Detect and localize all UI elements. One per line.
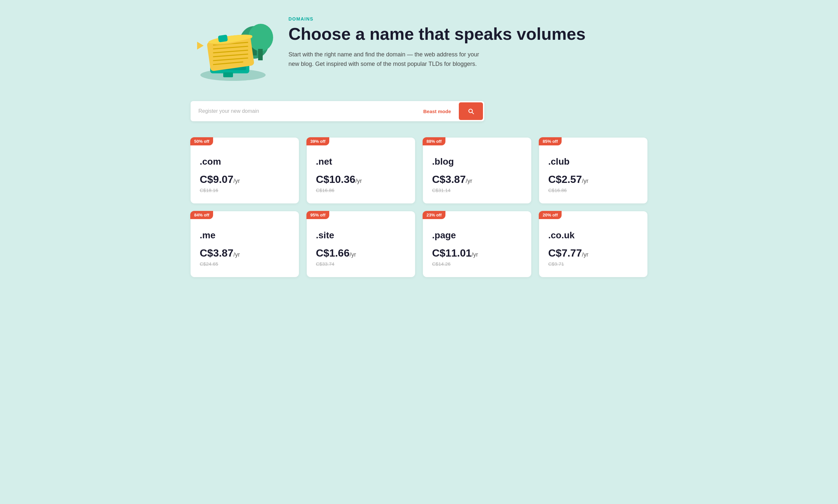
svg-rect-19	[223, 72, 233, 77]
domain-card[interactable]: 88% off .blog C$3.87/yr C$31.14	[423, 138, 531, 203]
svg-rect-17	[218, 35, 228, 42]
domain-extension: .co.uk	[548, 230, 638, 240]
per-year-label: /yr	[349, 251, 356, 258]
beast-mode-button[interactable]: Beast mode	[417, 103, 458, 120]
original-price: C$31.14	[432, 187, 522, 193]
current-price: C$7.77/yr	[548, 247, 638, 259]
original-price: C$18.16	[200, 187, 290, 193]
domain-card[interactable]: 23% off .page C$11.01/yr C$14.26	[423, 211, 531, 277]
hero-text: DOMAINS Choose a name that speaks volume…	[289, 13, 647, 69]
domain-extension: .me	[200, 230, 290, 240]
discount-badge: 39% off	[306, 137, 329, 145]
current-price: C$10.36/yr	[316, 174, 406, 185]
per-year-label: /yr	[582, 251, 588, 258]
discount-badge: 88% off	[423, 137, 445, 145]
original-price: C$16.86	[548, 187, 638, 193]
hero-section: W DOMAINS	[191, 13, 647, 85]
discount-badge: 50% off	[190, 137, 213, 145]
domain-card[interactable]: 50% off .com C$9.07/yr C$18.16	[191, 138, 299, 203]
per-year-label: /yr	[582, 178, 588, 184]
per-year-label: /yr	[233, 178, 240, 184]
per-year-label: /yr	[233, 251, 240, 258]
discount-badge: 20% off	[539, 211, 562, 219]
current-price: C$2.57/yr	[548, 174, 638, 185]
discount-badge: 95% off	[306, 211, 329, 219]
domain-extension: .blog	[432, 157, 522, 167]
search-bar: Beast mode	[191, 101, 484, 121]
hero-illustration: W	[191, 13, 275, 85]
current-price: C$3.87/yr	[432, 174, 522, 185]
domain-card[interactable]: 95% off .site C$1.66/yr C$33.74	[307, 211, 415, 277]
domain-extension: .page	[432, 230, 522, 240]
domain-extension: .club	[548, 157, 638, 167]
search-icon	[467, 108, 475, 115]
domain-extension: .net	[316, 157, 406, 167]
hero-title: Choose a name that speaks volumes	[289, 25, 647, 43]
per-year-label: /yr	[355, 178, 362, 184]
current-price: C$1.66/yr	[316, 247, 406, 259]
page-container: W DOMAINS	[191, 13, 647, 277]
discount-badge: 23% off	[423, 211, 445, 219]
per-year-label: /yr	[466, 178, 472, 184]
original-price: C$14.26	[432, 261, 522, 267]
current-price: C$3.87/yr	[200, 247, 290, 259]
discount-badge: 85% off	[539, 137, 562, 145]
domain-extension: .com	[200, 157, 290, 167]
current-price: C$9.07/yr	[200, 174, 290, 185]
domain-cards-grid: 50% off .com C$9.07/yr C$18.16 39% off .…	[191, 138, 647, 277]
domain-card[interactable]: 85% off .club C$2.57/yr C$16.86	[539, 138, 647, 203]
domain-card[interactable]: 39% off .net C$10.36/yr C$16.86	[307, 138, 415, 203]
search-submit-button[interactable]	[459, 102, 483, 120]
domains-label: DOMAINS	[289, 16, 647, 21]
domain-card[interactable]: 84% off .me C$3.87/yr C$24.65	[191, 211, 299, 277]
discount-badge: 84% off	[190, 211, 213, 219]
domain-card[interactable]: 20% off .co.uk C$7.77/yr C$9.71	[539, 211, 647, 277]
current-price: C$11.01/yr	[432, 247, 522, 259]
svg-rect-3	[258, 49, 263, 60]
per-year-label: /yr	[472, 251, 478, 258]
hero-description: Start with the right name and find the d…	[289, 50, 484, 69]
original-price: C$24.65	[200, 261, 290, 267]
domain-search-input[interactable]	[191, 102, 417, 120]
svg-marker-18	[197, 42, 204, 50]
search-section: Beast mode	[191, 101, 647, 121]
original-price: C$16.86	[316, 187, 406, 193]
original-price: C$9.71	[548, 261, 638, 267]
domain-extension: .site	[316, 230, 406, 240]
original-price: C$33.74	[316, 261, 406, 267]
